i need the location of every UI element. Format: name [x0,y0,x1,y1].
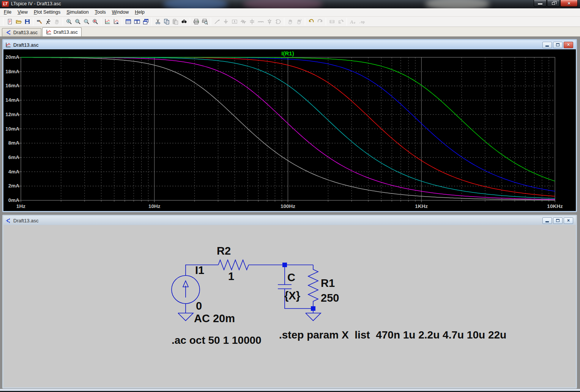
resistor-icon [240,19,246,25]
paste-button [171,17,180,26]
toolbar-separator [101,18,101,25]
save-icon [24,19,30,25]
draw-wire-button [213,17,221,26]
x-axis-tick-label: 1KHz [415,203,428,209]
tile-vertically-button[interactable] [132,17,141,26]
step-directive[interactable]: .step param X list 470n 1u 2.2u 4.7u 10u… [279,329,506,341]
open-button[interactable] [14,17,23,26]
r1-value-label[interactable]: 250 [321,292,339,304]
waveform-minimize-button[interactable] [542,42,552,48]
toolbar-separator [284,18,284,25]
plot-settings-icon [113,19,119,25]
menu-plot-settings[interactable]: Plot Settings [31,8,63,16]
caption-buttons: × [533,0,578,7]
waveform-window-title: Draft13.asc [13,42,38,48]
titlebar-glass-reflection [163,0,228,8]
ac-directive[interactable]: .ac oct 50 1 10000 [172,334,262,346]
save-button[interactable] [23,17,32,26]
r2-name-label[interactable]: R2 [217,245,231,257]
plot-settings-button[interactable] [112,17,120,26]
ltspice-application-window: LT LTspice IV - Draft13.asc × FileViewPl… [0,0,580,392]
cascade-icon [143,19,149,25]
zoom-in-button[interactable] [65,17,73,26]
tile-horizontally-button[interactable] [124,17,132,26]
schematic-close-button[interactable]: × [564,217,573,224]
svg-text:E: E [332,19,334,24]
r2-value-label[interactable]: 1 [228,270,234,283]
schematic-canvas [3,225,576,387]
i1-name-label[interactable]: I1 [195,264,204,277]
place-diode-button [265,17,274,26]
c-value-label[interactable]: {X} [284,290,300,302]
schematic-maximize-button[interactable] [553,217,563,224]
new-schematic-icon [7,19,13,25]
menu-file[interactable]: File [1,8,14,16]
waveform-close-button[interactable]: × [564,42,573,48]
menu-tools[interactable]: Tools [92,8,109,16]
window-close-button[interactable]: × [560,0,578,7]
c-name-label[interactable]: C [287,271,295,284]
place-ground-button [221,17,230,26]
waveform-window: Draft13.asc × I(R1) 20mA18mA16mA14mA12mA… [2,39,577,212]
redo-icon [317,19,323,25]
window-restore-button[interactable] [547,0,560,7]
text-tool-icon: Aa [350,19,356,25]
cut-button[interactable] [153,17,162,26]
r1-name-label[interactable]: R1 [321,277,335,290]
zoom-full-extents-button[interactable] [91,17,99,26]
close-icon: × [567,1,571,6]
copy-button[interactable] [162,17,171,26]
svg-text:a: a [353,20,355,24]
window-minimize-button[interactable] [534,0,547,7]
plot-canvas [3,49,576,211]
menu-help[interactable]: Help [132,8,148,16]
zoom-out-button[interactable] [82,17,91,26]
cascade-windows-button[interactable] [141,17,150,26]
place-resistor-button [239,17,247,26]
x-axis-tick-label: 100Hz [281,203,295,209]
toolbar-separator [122,18,122,25]
find-button[interactable] [180,17,188,26]
toolbar: EEEAa.op [0,17,580,27]
titlebar: LT LTspice IV - Draft13.asc × [0,0,580,8]
tabbar: Draft13.ascDraft13.asc [0,27,580,37]
y-axis-tick-label: 18mA [3,69,19,74]
undo-button[interactable] [307,17,315,26]
waveform-icon [5,42,11,48]
i1-value-label[interactable]: 0 [196,300,202,312]
y-axis-tick-label: 0mA [3,197,19,203]
redo-button [315,17,324,26]
control-panel-button[interactable] [35,17,44,26]
waveform-plot-area[interactable]: I(R1) 20mA18mA16mA14mA12mA10mA8mA6mA4mA2… [3,49,576,211]
new-schematic-button[interactable] [5,17,14,26]
menu-view[interactable]: View [14,8,31,16]
autorange-y-axis-button[interactable] [103,17,112,26]
node-junction [311,306,315,311]
titlebar-glass-reflection [243,0,323,8]
waveform-window-titlebar[interactable]: Draft13.asc × [3,40,576,49]
schematic-minimize-button[interactable] [542,217,552,224]
toolbar-separator [190,18,190,25]
schematic-window-titlebar[interactable]: Draft13.asc × [3,216,576,225]
i1-ac-spec-label[interactable]: AC 20m [194,312,235,325]
trace-label[interactable]: I(R1) [281,50,294,57]
mirror-icon: EE [329,19,335,25]
run-button[interactable] [44,17,52,26]
resistor-r2-symbol [218,260,249,270]
svg-text:A: A [350,19,353,25]
menu-window[interactable]: Window [109,8,132,16]
tab-waveform-draft13.asc[interactable]: Draft13.asc [42,27,82,36]
waveform-maximize-button[interactable] [553,42,563,48]
print-button[interactable] [192,17,200,26]
tab-schematic-draft13.asc[interactable]: Draft13.asc [2,28,41,36]
schematic-canvas-area[interactable]: R2 1 I1 0 AC 20m C {X} R1 250 .ac oct 50… [3,225,576,387]
find-icon [181,19,187,25]
menu-simulation[interactable]: Simulation [63,8,91,16]
open-icon [16,19,22,25]
maximize-icon [556,43,560,46]
print-preview-button[interactable] [200,17,209,26]
resistor-r1-symbol [308,265,318,309]
toolbar-separator [211,18,211,25]
zoom-area-button[interactable] [73,17,82,26]
toolbar-separator [305,18,305,25]
